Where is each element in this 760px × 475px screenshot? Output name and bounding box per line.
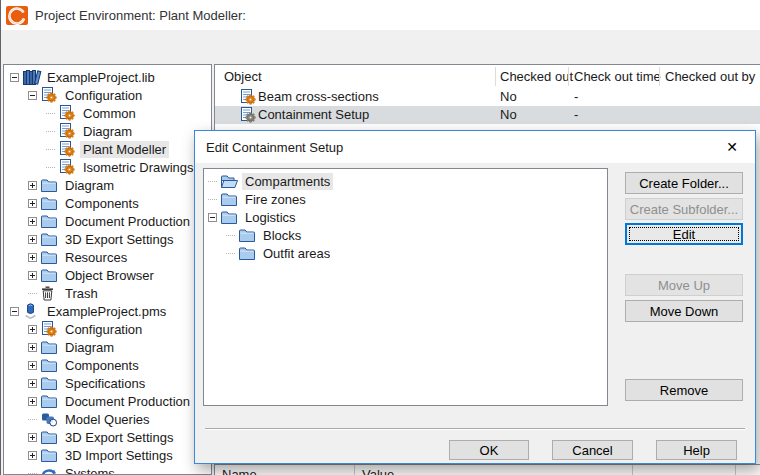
tree-item-document-production[interactable]: Document Production bbox=[4, 212, 211, 230]
trash-icon bbox=[41, 285, 60, 301]
plus-expander-icon[interactable] bbox=[28, 433, 37, 442]
tree-item-3d-export-settings[interactable]: 3D Export Settings bbox=[4, 428, 211, 446]
plus-expander-icon[interactable] bbox=[28, 199, 37, 208]
properties-column-value[interactable]: Value bbox=[362, 467, 394, 475]
edit-button[interactable]: Edit bbox=[625, 223, 743, 245]
tree-item-object-browser[interactable]: Object Browser bbox=[4, 266, 211, 284]
tree-item-document-production[interactable]: Document Production bbox=[4, 392, 211, 410]
title-bar: Project Environment: Plant Modeller: bbox=[1, 0, 760, 30]
tree-item-label: Fire zones bbox=[242, 191, 309, 208]
tree-item-diagram[interactable]: Diagram bbox=[4, 338, 211, 356]
systems-icon bbox=[41, 465, 60, 475]
minus-expander-icon[interactable] bbox=[10, 73, 19, 82]
tree-connector bbox=[208, 199, 217, 200]
containment-tree[interactable]: CompartmentsFire zonesLogisticsBlocksOut… bbox=[203, 168, 608, 406]
minus-expander-icon[interactable] bbox=[28, 91, 37, 100]
create-folder-button[interactable]: Create Folder... bbox=[625, 172, 743, 194]
tree-item-diagram[interactable]: Diagram bbox=[4, 122, 211, 140]
folder-icon bbox=[41, 213, 60, 229]
plus-expander-icon[interactable] bbox=[28, 325, 37, 334]
window-title: Project Environment: Plant Modeller: bbox=[35, 8, 246, 23]
folder-icon bbox=[41, 357, 60, 373]
tree-item-3d-export-settings[interactable]: 3D Export Settings bbox=[4, 230, 211, 248]
tree-item-3d-import-settings[interactable]: 3D Import Settings bbox=[4, 446, 211, 464]
tree-item-label: Outfit areas bbox=[260, 245, 333, 262]
tree-indent bbox=[208, 199, 221, 200]
tree-item-label: Document Production bbox=[62, 213, 193, 230]
tree-item-systems[interactable]: Systems bbox=[4, 464, 211, 475]
database-icon bbox=[23, 303, 42, 319]
plus-expander-icon[interactable] bbox=[28, 271, 37, 280]
tree-item-configuration[interactable]: Configuration bbox=[4, 86, 211, 104]
plus-expander-icon[interactable] bbox=[28, 397, 37, 406]
plus-expander-icon[interactable] bbox=[28, 181, 37, 190]
help-button[interactable]: Help bbox=[656, 440, 737, 460]
tree-item-label: Components bbox=[62, 357, 142, 374]
minus-expander-icon[interactable] bbox=[208, 213, 217, 222]
tree-indent bbox=[28, 397, 41, 406]
tree-item-resources[interactable]: Resources bbox=[4, 248, 211, 266]
move-down-button[interactable]: Move Down bbox=[625, 300, 743, 322]
tree-item-label: Model Queries bbox=[62, 411, 153, 428]
plus-expander-icon[interactable] bbox=[28, 451, 37, 460]
tree-item-model-queries[interactable]: Model Queries bbox=[4, 410, 211, 428]
plus-expander-icon[interactable] bbox=[28, 235, 37, 244]
plus-expander-icon[interactable] bbox=[28, 253, 37, 262]
column-header-object[interactable]: Object bbox=[224, 69, 262, 84]
cancel-button[interactable]: Cancel bbox=[552, 440, 633, 460]
toolbar: New Columns: Status bbox=[1, 30, 760, 64]
tree-indent bbox=[28, 433, 41, 442]
close-icon[interactable]: ✕ bbox=[719, 136, 745, 158]
tree-item-compartments[interactable]: Compartments bbox=[204, 172, 607, 190]
tree-connector bbox=[46, 131, 55, 132]
tree-indent bbox=[28, 253, 41, 262]
tree-item-label: Document Production bbox=[62, 393, 193, 410]
minus-expander-icon[interactable] bbox=[10, 307, 19, 316]
create-subfolder-button[interactable]: Create Subfolder... bbox=[625, 198, 743, 220]
tree-item-label: Systems bbox=[62, 465, 118, 475]
tree-connector bbox=[46, 149, 55, 150]
tree-item-label: ExampleProject.lib bbox=[44, 69, 158, 86]
plus-expander-icon[interactable] bbox=[28, 343, 37, 352]
tree-indent bbox=[28, 293, 41, 294]
tree-item-outfit-areas[interactable]: Outfit areas bbox=[204, 244, 607, 262]
column-header-checked-out-by[interactable]: Checked out by bbox=[665, 69, 755, 84]
tree-item-trash[interactable]: Trash bbox=[4, 284, 211, 302]
plus-expander-icon[interactable] bbox=[28, 379, 37, 388]
cell-check-out-time: - bbox=[574, 107, 578, 122]
tree-item-exampleproject-pms[interactable]: ExampleProject.pms bbox=[4, 302, 211, 320]
table-row-beam-cross-sections[interactable]: Beam cross-sectionsNo- bbox=[215, 88, 760, 106]
tree-item-exampleproject-lib[interactable]: ExampleProject.lib bbox=[4, 68, 211, 86]
remove-button[interactable]: Remove bbox=[625, 379, 743, 401]
tree-item-label: 3D Import Settings bbox=[62, 447, 176, 464]
column-header-checked-out[interactable]: Checked out bbox=[500, 69, 573, 84]
tree-connector bbox=[226, 235, 235, 236]
project-tree-panel[interactable]: ExampleProject.libConfigurationCommonDia… bbox=[3, 64, 212, 475]
tree-indent bbox=[226, 253, 239, 254]
app-logo-icon bbox=[6, 6, 28, 25]
tree-item-logistics[interactable]: Logistics bbox=[204, 208, 607, 226]
tree-indent bbox=[46, 113, 59, 114]
dialog-title: Edit Containment Setup bbox=[206, 140, 343, 155]
folder-icon bbox=[221, 209, 240, 225]
tree-item-blocks[interactable]: Blocks bbox=[204, 226, 607, 244]
tree-item-fire-zones[interactable]: Fire zones bbox=[204, 190, 607, 208]
tree-item-common[interactable]: Common bbox=[4, 104, 211, 122]
tree-item-diagram[interactable]: Diagram bbox=[4, 176, 211, 194]
table-row-containment-setup[interactable]: Containment SetupNo- bbox=[215, 106, 760, 124]
tree-item-label: Compartments bbox=[242, 173, 333, 190]
tree-item-isometric-drawings[interactable]: Isometric Drawings bbox=[4, 158, 211, 176]
plus-expander-icon[interactable] bbox=[28, 217, 37, 226]
ok-button[interactable]: OK bbox=[449, 440, 529, 460]
tree-indent bbox=[28, 361, 41, 370]
tree-item-label: Common bbox=[80, 105, 139, 122]
tree-item-specifications[interactable]: Specifications bbox=[4, 374, 211, 392]
tree-item-components[interactable]: Components bbox=[4, 356, 211, 374]
column-header-check-out-time[interactable]: Check out time bbox=[574, 69, 661, 84]
tree-item-configuration[interactable]: Configuration bbox=[4, 320, 211, 338]
move-up-button[interactable]: Move Up bbox=[625, 274, 743, 296]
tree-item-components[interactable]: Components bbox=[4, 194, 211, 212]
plus-expander-icon[interactable] bbox=[28, 361, 37, 370]
properties-column-name[interactable]: Name bbox=[222, 467, 257, 475]
tree-item-plant-modeller[interactable]: Plant Modeller bbox=[4, 140, 211, 158]
